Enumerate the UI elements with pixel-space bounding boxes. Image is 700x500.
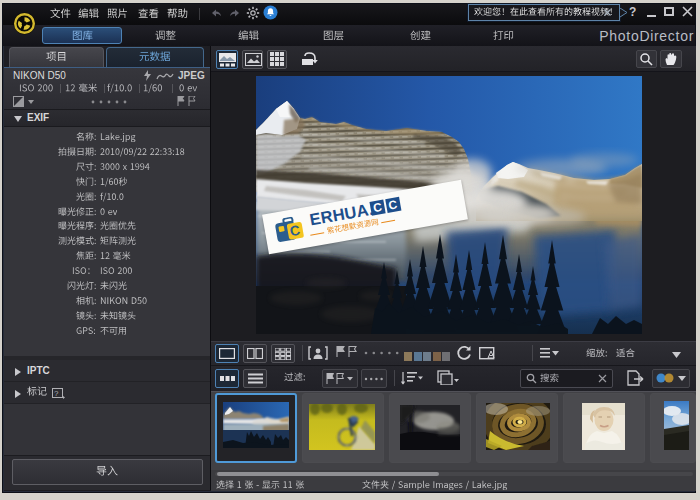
svg-text:?: ? (54, 389, 59, 398)
